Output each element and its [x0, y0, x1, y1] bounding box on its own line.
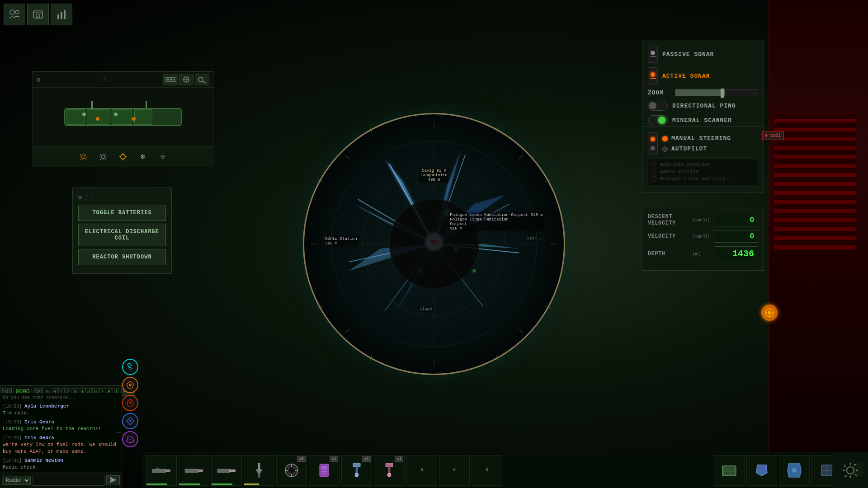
inv-slot-11[interactable]: 0: [472, 455, 502, 486]
char-icon-4[interactable]: [122, 413, 138, 429]
sub-drag-handle: ⋮⋮: [95, 76, 108, 83]
sub-nuclear-icon[interactable]: ☢: [156, 150, 169, 163]
inv-slot-1[interactable]: [146, 455, 177, 486]
chat-name-1: Ayla Leonberger: [24, 404, 69, 409]
right-inventory: [710, 452, 868, 488]
chat-time-3: [19:28]: [3, 436, 24, 441]
passive-sonar-dot: [651, 51, 655, 55]
svg-rect-10: [170, 79, 172, 80]
coil-button[interactable]: e Coil: [762, 131, 784, 140]
chat-send-button[interactable]: [106, 475, 120, 485]
inv-icon-4: [252, 462, 266, 479]
svg-rect-2: [33, 11, 42, 18]
electrical-discharge-button[interactable]: ELECTRICAL DISCHARGE COIL: [78, 224, 166, 246]
inv-slot-6[interactable]: x1: [309, 455, 340, 486]
sub-snowflake-icon[interactable]: ❄: [137, 150, 149, 163]
svg-rect-68: [229, 469, 236, 472]
inv-fill-2: [179, 483, 200, 485]
autopilot-options: Maintain position Santa Station Polagon …: [648, 159, 758, 187]
sub-body: [55, 101, 191, 133]
sonar-sublabel-left: Subs...: [324, 236, 341, 241]
inv-label-11: 0: [486, 468, 488, 473]
sub-tool-1[interactable]: [163, 74, 178, 85]
right-inv-slot-2[interactable]: [746, 455, 777, 486]
crew-button[interactable]: [4, 4, 25, 25]
sonar-sublabel-right: Star...: [527, 236, 544, 241]
char-icon-2[interactable]: [122, 377, 138, 393]
mineral-scanner-knob: [658, 117, 665, 124]
inv-slot-8[interactable]: x1: [374, 455, 405, 486]
chat-name-4: Sammie Newton: [24, 458, 63, 463]
chat-input[interactable]: [33, 475, 104, 486]
chat-text-4: Radio check.: [3, 465, 38, 470]
submarine-panel: ⚙ ⋮⋮: [33, 71, 213, 167]
autopilot-option-3[interactable]: Polagon Linea Habitate...: [651, 176, 755, 182]
directional-ping-knob: [649, 102, 656, 109]
radio-2: [651, 169, 656, 174]
descent-velocity-label: DESCENTVELOCITY: [648, 214, 689, 226]
scroll-indicator: │: [116, 431, 121, 434]
sub-gear-icon-3[interactable]: [117, 150, 129, 163]
svg-line-29: [345, 155, 349, 160]
directional-ping-row: DIRECTIONAL PING: [648, 101, 758, 111]
right-inv-icon-3: [785, 461, 803, 479]
radio-1: [651, 162, 656, 167]
svg-line-34: [496, 127, 498, 133]
passive-sonar-item: PASSIVE SONAR: [648, 46, 758, 63]
inv-slot-10[interactable]: 9: [439, 455, 470, 486]
inv-slot-9[interactable]: 8: [406, 455, 437, 486]
svg-rect-78: [321, 466, 327, 469]
zoom-slider[interactable]: [675, 89, 758, 96]
inv-slot-5[interactable]: x6: [276, 455, 307, 486]
settings-gear-button[interactable]: [832, 452, 868, 488]
inv-slot-2[interactable]: [179, 455, 209, 486]
right-inv-slot-1[interactable]: [714, 455, 745, 486]
manual-steer-dot: [651, 137, 655, 141]
buttons-settings-icon[interactable]: ⚙: [78, 193, 82, 201]
svg-rect-5: [57, 14, 59, 19]
autopilot-opt-label-1: Maintain position: [660, 162, 711, 167]
steering-labels: MANUAL STEERING AUTOPILOT: [662, 135, 731, 152]
sub-settings-gear-icon[interactable]: ⚙: [37, 76, 40, 84]
right-inv-icon-2: [753, 461, 771, 479]
autopilot-option-2[interactable]: Santa Station: [651, 169, 755, 174]
velocity-unit: (km/h): [692, 234, 710, 239]
char-icon-3[interactable]: [122, 395, 138, 411]
svg-line-31: [345, 328, 349, 333]
top-toolbar: [4, 4, 72, 25]
mineral-scanner-label: MINERAL SCANNER: [672, 117, 732, 124]
svg-point-21: [129, 384, 132, 386]
sub-tool-3[interactable]: [195, 74, 209, 85]
inv-slot-4[interactable]: [244, 455, 274, 486]
inv-icon-6: [316, 462, 332, 479]
directional-ping-toggle[interactable]: [648, 101, 668, 111]
inv-slot-7[interactable]: x1: [341, 455, 372, 486]
velocity-label: VELOCITY: [648, 233, 689, 239]
sub-section-3: [112, 109, 132, 125]
stats-button[interactable]: [51, 4, 72, 25]
svg-point-0: [10, 10, 14, 14]
right-inv-slot-3[interactable]: [779, 455, 810, 486]
inv-slot-3[interactable]: [211, 455, 242, 486]
toggle-batteries-button[interactable]: TOGGLE BATTERIES: [78, 205, 166, 221]
char-icon-1[interactable]: [122, 359, 138, 375]
autopilot-option-1[interactable]: Maintain position: [651, 162, 755, 167]
reactor-shutdown-button[interactable]: REACTOR SHUTDOWN: [78, 249, 166, 265]
sub-gear-icon-2[interactable]: [97, 150, 109, 163]
sub-gear-icon-1[interactable]: [77, 150, 90, 163]
chat-text-3: We're very low on fuel rods. We should b…: [3, 442, 116, 454]
chat-mode-select[interactable]: Radio Team Local: [2, 476, 31, 485]
inv-fill-1: [146, 483, 167, 485]
svg-line-40: [496, 355, 498, 361]
submarine-nav-icon[interactable]: [761, 305, 778, 321]
mineral-scanner-toggle[interactable]: [648, 115, 668, 125]
svg-rect-65: [185, 469, 198, 473]
chat-time-2: [19:28]: [3, 420, 24, 425]
char-icon-5[interactable]: [122, 431, 138, 447]
nav-button[interactable]: [27, 4, 49, 25]
chat-msg-3: [19:28] Iris Gears We're very low on fue…: [3, 435, 119, 455]
inv-bar-2: [179, 483, 209, 485]
sub-tool-2[interactable]: [179, 74, 193, 85]
inv-fill-3: [212, 483, 232, 485]
depth-unit: (m): [692, 251, 710, 257]
